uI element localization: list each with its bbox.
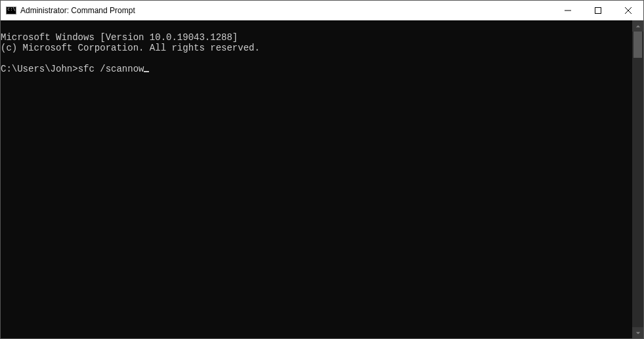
prompt-text: C:\Users\John> — [1, 64, 78, 74]
terminal-prompt-line: C:\Users\John>sfc /scannow — [1, 64, 149, 74]
vertical-scrollbar[interactable] — [632, 20, 643, 338]
scroll-up-button[interactable] — [632, 20, 643, 32]
scrollbar-track[interactable] — [632, 32, 643, 327]
cmd-icon: c:\ — [6, 5, 16, 16]
close-icon — [625, 7, 632, 14]
minimize-icon — [565, 7, 571, 14]
close-button[interactable] — [613, 1, 643, 20]
terminal-line: Microsoft Windows [Version 10.0.19043.12… — [1, 32, 238, 43]
maximize-button[interactable] — [583, 1, 613, 20]
terminal-line: (c) Microsoft Corporation. All rights re… — [1, 43, 260, 53]
text-cursor — [144, 71, 149, 72]
svg-rect-0 — [595, 8, 601, 14]
command-text: sfc /scannow — [78, 64, 144, 74]
window-controls — [553, 1, 643, 20]
maximize-icon — [595, 7, 601, 14]
command-prompt-window: c:\ Administrator: Command Prompt Micros… — [0, 0, 644, 339]
titlebar[interactable]: c:\ Administrator: Command Prompt — [1, 1, 643, 20]
chevron-up-icon — [635, 24, 641, 29]
scrollbar-thumb[interactable] — [633, 32, 642, 58]
terminal-output[interactable]: Microsoft Windows [Version 10.0.19043.12… — [1, 20, 632, 338]
scroll-down-button[interactable] — [632, 327, 643, 338]
client-area: Microsoft Windows [Version 10.0.19043.12… — [1, 20, 643, 338]
window-title: Administrator: Command Prompt — [20, 6, 135, 15]
chevron-down-icon — [635, 330, 641, 336]
minimize-button[interactable] — [553, 1, 583, 20]
